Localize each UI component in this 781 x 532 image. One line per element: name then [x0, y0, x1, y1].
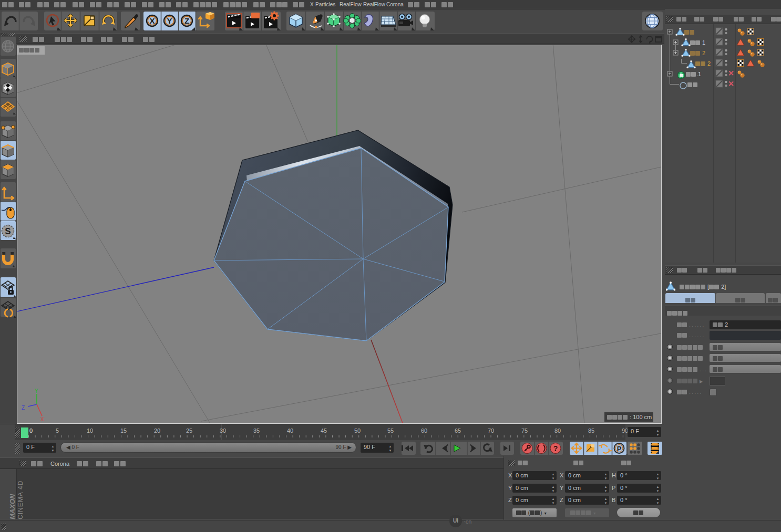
svg-text:Z: Z	[22, 405, 25, 411]
svg-text:X: X	[40, 416, 44, 422]
svg-text:20: 20	[154, 427, 160, 434]
svg-text:30: 30	[220, 427, 226, 434]
svg-text:P: P	[617, 445, 622, 453]
svg-text:65: 65	[455, 427, 461, 434]
svg-text:75: 75	[521, 427, 528, 434]
svg-text:5: 5	[56, 427, 59, 434]
svg-text:Y: Y	[35, 388, 38, 394]
svg-text:15: 15	[120, 427, 127, 434]
svg-text:25: 25	[186, 427, 192, 434]
svg-text:40: 40	[287, 427, 293, 434]
svg-text:X: X	[149, 16, 155, 25]
svg-text:Y: Y	[167, 16, 172, 25]
svg-text:Z: Z	[184, 16, 189, 25]
svg-text:?: ?	[553, 444, 558, 453]
svg-text:45: 45	[321, 427, 327, 434]
svg-text:70: 70	[488, 427, 494, 434]
svg-text:50: 50	[354, 427, 361, 434]
svg-text:0: 0	[29, 427, 33, 434]
svg-text:80: 80	[554, 427, 561, 434]
svg-text:55: 55	[387, 427, 394, 434]
svg-text:35: 35	[253, 427, 260, 434]
svg-text:10: 10	[87, 427, 93, 434]
svg-text:S: S	[5, 226, 11, 236]
svg-text:85: 85	[588, 427, 594, 434]
svg-text:60: 60	[421, 427, 427, 434]
